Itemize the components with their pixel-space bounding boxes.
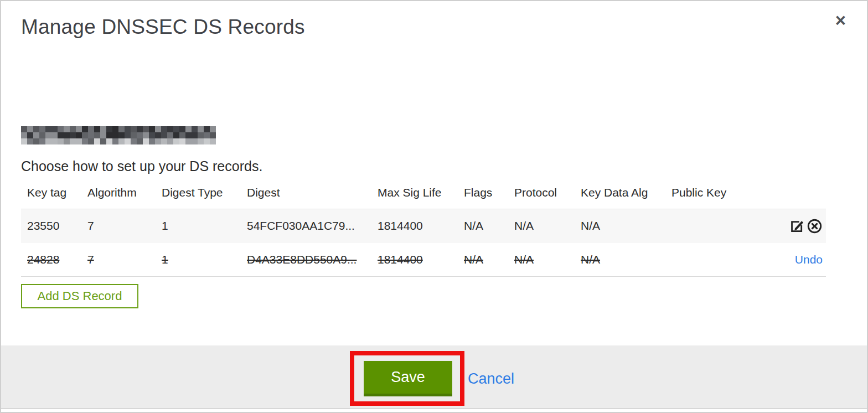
col-key-tag: Key tag	[21, 184, 87, 209]
cell-max-sig-life: 1814400	[378, 209, 464, 243]
delete-record-icon[interactable]	[807, 218, 823, 234]
cell-flags: N/A	[464, 209, 514, 243]
cell-digest: 54FCF030AA1C79...	[247, 209, 378, 243]
cell-protocol: N/A	[514, 243, 581, 277]
cell-digest-type: 1	[162, 243, 247, 277]
cell-key-data-alg: N/A	[581, 243, 671, 277]
close-icon[interactable]: ×	[835, 11, 846, 29]
cell-digest: D4A33E8DD550A9...	[247, 243, 378, 277]
cell-max-sig-life: 1814400	[378, 243, 464, 277]
col-digest: Digest	[247, 184, 378, 209]
instruction-text: Choose how to set up your DS records.	[21, 158, 262, 174]
col-public-key: Public Key	[671, 184, 776, 209]
cell-public-key	[671, 209, 776, 243]
cell-flags: N/A	[464, 243, 514, 277]
cell-key-tag: 23550	[21, 209, 87, 243]
cell-key-tag: 24828	[21, 243, 87, 277]
redacted-domain-name	[21, 126, 216, 144]
cell-protocol: N/A	[514, 209, 581, 243]
cell-key-data-alg: N/A	[581, 209, 671, 243]
page-title: Manage DNSSEC DS Records	[21, 16, 305, 39]
undo-link[interactable]: Undo	[795, 253, 823, 266]
col-digest-type: Digest Type	[162, 184, 247, 209]
ds-records-table: Key tag Algorithm Digest Type Digest Max…	[21, 184, 826, 277]
col-protocol: Protocol	[514, 184, 581, 209]
col-flags: Flags	[464, 184, 514, 209]
cell-public-key	[671, 243, 776, 277]
col-algorithm: Algorithm	[87, 184, 162, 209]
cell-digest-type: 1	[162, 209, 247, 243]
cell-algorithm: 7	[87, 209, 162, 243]
col-actions	[776, 184, 826, 209]
cell-algorithm: 7	[87, 243, 162, 277]
table-header-row: Key tag Algorithm Digest Type Digest Max…	[21, 184, 826, 209]
col-max-sig-life: Max Sig Life	[378, 184, 464, 209]
manage-dnssec-modal: Manage DNSSEC DS Records × Choose how to…	[0, 0, 868, 413]
table-row: 23550 7 1 54FCF030AA1C79... 1814400 N/A …	[21, 209, 826, 243]
add-ds-record-button[interactable]: Add DS Record	[21, 284, 138, 308]
edit-record-icon[interactable]	[789, 218, 805, 234]
col-key-data-alg: Key Data Alg	[581, 184, 671, 209]
cancel-link[interactable]: Cancel	[468, 370, 514, 388]
row-actions	[776, 209, 826, 243]
table-row-deleted: 24828 7 1 D4A33E8DD550A9... 1814400 N/A …	[21, 243, 826, 277]
save-button[interactable]: Save	[364, 361, 452, 396]
row-actions: Undo	[776, 243, 826, 277]
